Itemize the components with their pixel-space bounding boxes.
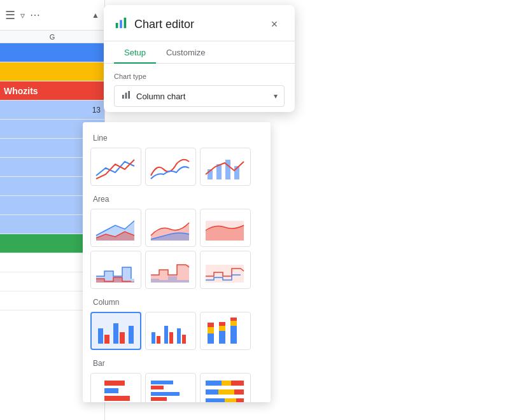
menu-icon[interactable]: ☰ — [5, 8, 15, 22]
svg-rect-53 — [206, 398, 225, 402]
editor-title: Chart editor — [134, 18, 264, 31]
svg-rect-21 — [120, 332, 125, 344]
section-label-column: Column — [83, 294, 271, 309]
svg-rect-23 — [152, 332, 155, 344]
chart-type-picker: Line Area — [83, 122, 271, 402]
svg-rect-5 — [128, 91, 130, 99]
chart-editor-icon — [114, 16, 128, 33]
svg-rect-2 — [124, 17, 127, 28]
chart-thumb-bar-3[interactable] — [200, 373, 251, 402]
chart-type-label: Chart type — [114, 73, 285, 80]
collapse-icon[interactable]: ▲ — [92, 11, 99, 20]
line-chart-grid — [83, 145, 271, 191]
svg-rect-29 — [208, 333, 214, 344]
editor-header: Chart editor × — [104, 5, 295, 41]
svg-rect-43 — [151, 386, 164, 389]
tab-customize[interactable]: Customize — [156, 41, 215, 64]
chart-thumb-area-1[interactable] — [90, 209, 141, 247]
svg-rect-48 — [222, 381, 231, 386]
editor-tabs: Setup Customize — [104, 41, 295, 64]
more-icon[interactable]: ⋯ — [30, 9, 40, 21]
svg-rect-19 — [104, 335, 109, 344]
cell-13[interactable]: 13 — [0, 101, 104, 120]
svg-rect-40 — [104, 396, 130, 401]
svg-rect-50 — [206, 389, 218, 395]
svg-rect-27 — [177, 328, 181, 344]
chart-thumb-column-1[interactable] — [90, 312, 141, 350]
column-chart-grid — [83, 309, 271, 355]
dropdown-arrow: ▾ — [274, 92, 278, 101]
area-chart-grid — [83, 206, 271, 294]
svg-rect-31 — [208, 323, 214, 327]
svg-rect-25 — [164, 326, 168, 344]
select-icon[interactable]: ▿ — [20, 10, 25, 20]
chart-type-name: Column chart — [136, 92, 274, 101]
svg-rect-52 — [234, 389, 244, 395]
svg-rect-36 — [230, 321, 237, 326]
svg-rect-32 — [219, 331, 225, 344]
chart-thumb-area-3[interactable] — [200, 209, 251, 247]
svg-rect-34 — [219, 322, 225, 326]
svg-rect-55 — [236, 398, 244, 402]
chart-thumb-area-6[interactable] — [200, 251, 251, 289]
svg-rect-49 — [231, 381, 244, 386]
svg-rect-8 — [225, 160, 230, 179]
svg-rect-22 — [129, 326, 134, 344]
svg-rect-3 — [122, 95, 124, 99]
section-label-bar: Bar — [83, 355, 271, 370]
svg-rect-42 — [151, 381, 173, 384]
cell-blue-1[interactable] — [0, 43, 104, 62]
sheet-toolbar: ☰ ▿ ⋯ ▲ — [0, 0, 104, 31]
editor-content: Chart type Column chart ▾ — [104, 64, 295, 112]
chart-thumb-bar-1[interactable] — [90, 373, 141, 402]
chart-thumb-bar-2[interactable] — [145, 373, 196, 402]
svg-rect-45 — [151, 397, 167, 401]
svg-rect-28 — [182, 335, 186, 344]
chart-thumb-column-2[interactable] — [145, 312, 196, 350]
section-label-line: Line — [83, 130, 271, 145]
chart-thumb-area-2[interactable] — [145, 209, 196, 247]
svg-rect-47 — [206, 381, 222, 386]
svg-rect-1 — [120, 20, 122, 28]
chart-thumb-area-4[interactable] — [90, 251, 141, 289]
close-button[interactable]: × — [264, 14, 285, 34]
chart-thumb-area-5[interactable] — [145, 251, 196, 289]
svg-rect-26 — [169, 332, 173, 344]
svg-rect-30 — [208, 327, 214, 333]
svg-rect-38 — [104, 381, 125, 386]
svg-rect-18 — [98, 328, 103, 344]
chart-type-selector[interactable]: Column chart ▾ — [114, 85, 285, 107]
svg-rect-0 — [116, 23, 118, 28]
bar-chart-grid — [83, 370, 271, 402]
col-header-g: G — [0, 31, 104, 43]
svg-rect-44 — [151, 392, 180, 396]
svg-rect-54 — [225, 398, 236, 402]
svg-rect-51 — [218, 389, 234, 395]
chart-thumb-line-2[interactable] — [145, 148, 196, 186]
cell-whozits[interactable]: Whozits — [0, 81, 104, 101]
chart-editor-panel: Chart editor × Setup Customize Chart typ… — [104, 5, 295, 112]
chart-type-icon — [121, 90, 131, 102]
svg-rect-35 — [230, 326, 237, 344]
svg-rect-4 — [125, 93, 127, 99]
svg-rect-39 — [104, 388, 118, 393]
chart-thumb-line-1[interactable] — [90, 148, 141, 186]
svg-rect-37 — [230, 318, 237, 321]
section-label-area: Area — [83, 191, 271, 206]
svg-rect-33 — [219, 326, 225, 331]
chart-thumb-column-3[interactable] — [200, 312, 251, 350]
cell-yellow[interactable] — [0, 62, 104, 81]
tab-setup[interactable]: Setup — [114, 41, 156, 64]
chart-thumb-line-3[interactable] — [200, 148, 251, 186]
svg-rect-20 — [113, 323, 118, 344]
svg-rect-24 — [157, 336, 160, 344]
